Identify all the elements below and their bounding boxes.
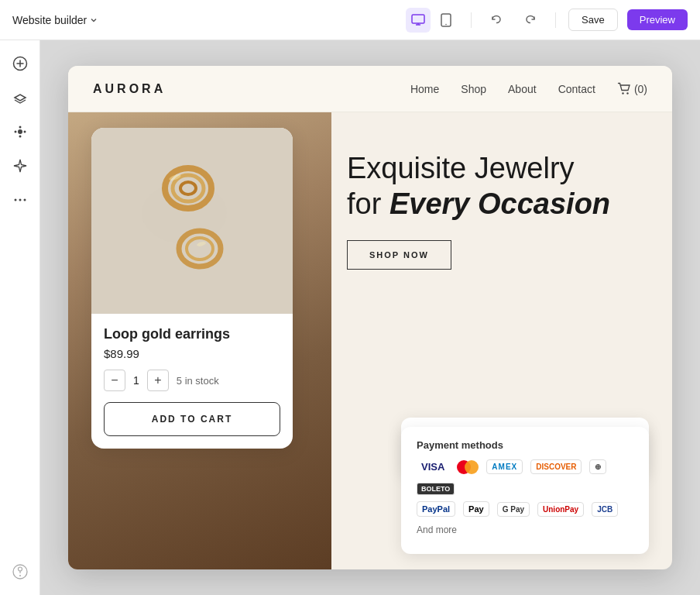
site-nav: AURORA Home Shop About Contact (0) [68,66,672,112]
sidebar-more-icon[interactable] [6,186,34,214]
hero-section: Loop gold earrings $89.99 − 1 + 5 in sto… [68,112,672,569]
svg-point-10 [19,199,21,201]
svg-point-2 [445,23,447,25]
svg-point-5 [19,126,21,129]
payment-card: Payment methods VISA AMEX DISCOVER ⊕ BOL… [401,427,649,554]
save-button[interactable]: Save [568,9,618,31]
svg-point-15 [622,92,623,94]
unionpay-logo: UnionPay [537,502,584,517]
mastercard-logo [457,460,479,474]
website-preview: AURORA Home Shop About Contact (0) [68,66,672,569]
jcb-logo: JCB [592,502,618,517]
undo-button[interactable] [484,8,509,33]
sidebar-add-icon[interactable] [6,50,34,77]
add-to-cart-button[interactable]: ADD TO CART [104,402,280,436]
svg-point-6 [19,136,21,138]
quantity-value: 1 [133,374,139,387]
chevron-down-icon [90,16,98,24]
payment-title: Payment methods [417,439,633,451]
product-image [91,128,293,314]
shop-now-button[interactable]: SHOP NOW [347,240,451,270]
brand-label: Website builder [12,14,87,26]
nav-shop[interactable]: Shop [461,83,486,95]
product-name: Loop gold earrings [104,326,280,342]
sidebar [0,40,40,595]
nav-contact[interactable]: Contact [558,83,595,95]
nav-home[interactable]: Home [410,83,439,95]
earrings-image [115,143,269,298]
undo-icon [490,14,503,26]
preview-button[interactable]: Preview [627,9,688,30]
main-layout: AURORA Home Shop About Contact (0) [0,40,700,595]
device-toggle [406,8,458,33]
svg-point-11 [23,199,26,201]
redo-button[interactable] [518,8,543,33]
cart-button[interactable]: (0) [617,82,647,96]
svg-point-7 [14,131,16,133]
svg-point-4 [18,129,22,134]
quantity-increase-button[interactable]: + [147,370,169,391]
sidebar-layers-icon[interactable] [6,84,34,112]
brand-button[interactable]: Website builder [12,14,98,26]
amex-logo: AMEX [486,459,523,474]
desktop-icon [411,13,425,27]
cart-icon [617,82,631,96]
quantity-row: − 1 + 5 in stock [104,370,280,391]
toolbar: Website builder [0,0,700,40]
diners-logo: ⊕ [589,459,606,474]
svg-point-14 [18,567,22,571]
site-nav-links: Home Shop About Contact (0) [410,82,647,96]
paypal-logo: PayPal [417,501,455,517]
boleto-logo: BOLETO [417,483,455,495]
redo-icon [524,14,537,26]
discover-logo: DISCOVER [530,459,582,474]
desktop-view-button[interactable] [406,8,431,33]
cart-count: (0) [634,83,647,95]
stock-text: 5 in stock [177,375,219,387]
svg-rect-0 [412,15,424,23]
product-price: $89.99 [104,347,280,360]
googlepay-logo: G Pay [497,502,530,517]
quantity-decrease-button[interactable]: − [104,370,125,391]
product-info: Loop gold earrings $89.99 − 1 + 5 in sto… [91,314,293,449]
canvas: AURORA Home Shop About Contact (0) [40,40,700,595]
sidebar-ai-icon[interactable] [6,152,34,180]
svg-point-8 [23,131,26,133]
divider2 [555,12,556,28]
svg-point-9 [14,199,16,201]
and-more-text: And more [417,524,457,535]
svg-point-13 [19,575,21,576]
mobile-icon [440,13,452,27]
payment-logos-row1: VISA AMEX DISCOVER ⊕ BOLETO [417,459,633,495]
hero-content: Exquisite Jewelry for Every Occasion SHO… [347,151,641,270]
divider [471,12,472,28]
product-card: Loop gold earrings $89.99 − 1 + 5 in sto… [91,128,293,449]
payment-logos-row2: PayPal Pay G Pay UnionPay JCB And more [417,501,633,535]
site-logo: AURORA [93,82,166,96]
nav-about[interactable]: About [508,83,537,95]
visa-logo: VISA [417,459,449,475]
applepay-logo: Pay [463,501,489,517]
mobile-view-button[interactable] [434,8,458,33]
sidebar-help-icon[interactable] [6,558,34,586]
hero-title: Exquisite Jewelry for Every Occasion [347,151,641,222]
sidebar-design-icon[interactable] [6,118,34,146]
svg-point-16 [626,92,628,94]
